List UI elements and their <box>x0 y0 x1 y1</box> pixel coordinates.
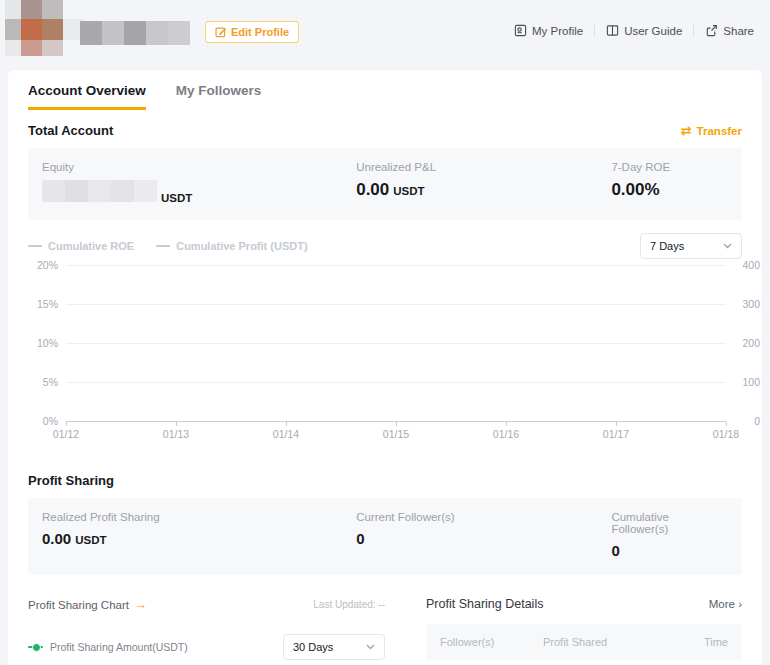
line-marker-icon <box>28 245 42 247</box>
realized-profit-value: 0.00 <box>42 530 71 547</box>
realized-profit-stat: Realized Profit Sharing 0.00 USDT <box>42 511 356 559</box>
details-table-header: Follower(s) Profit Shared Time <box>426 624 742 660</box>
share-label: Share <box>723 25 754 37</box>
column-time: Time <box>704 636 728 648</box>
column-followers: Follower(s) <box>440 636 543 648</box>
chevron-down-icon <box>723 243 732 249</box>
main-card: Account Overview My Followers Total Acco… <box>8 70 762 665</box>
total-account-title: Total Account <box>28 123 113 138</box>
legend-cumulative-profit-label: Cumulative Profit (USDT) <box>176 240 307 252</box>
profit-sharing-stats: Realized Profit Sharing 0.00 USDT Curren… <box>28 498 742 575</box>
legend-cumulative-profit[interactable]: Cumulative Profit (USDT) <box>156 240 307 252</box>
user-guide-label: User Guide <box>624 25 682 37</box>
total-account-stats: Equity USDT Unrealized P&L 0.00 USDT 7-D… <box>28 148 742 220</box>
username-blurred <box>80 21 190 45</box>
seven-day-roe-stat: 7-Day ROE 0.00% <box>611 161 728 204</box>
share-icon <box>705 24 718 37</box>
more-label: More <box>709 598 735 610</box>
divider <box>693 25 694 36</box>
book-icon <box>606 24 619 37</box>
avatar <box>5 0 63 56</box>
seven-day-roe-label: 7-Day ROE <box>611 161 728 173</box>
tab-account-overview[interactable]: Account Overview <box>28 83 146 110</box>
tab-bar: Account Overview My Followers <box>28 70 742 110</box>
share-link[interactable]: Share <box>705 24 754 37</box>
legend-profit-sharing-amount-label: Profit Sharing Amount(USDT) <box>50 641 188 653</box>
unrealized-pnl-label: Unrealized P&L <box>356 161 611 173</box>
more-link[interactable]: More › <box>709 598 742 610</box>
transfer-link[interactable]: ⇄ Transfer <box>681 123 742 138</box>
equity-label: Equity <box>42 161 356 173</box>
cumulative-followers-stat: Cumulative Follower(s) 0 <box>611 511 728 559</box>
legend-profit-sharing-amount[interactable]: Profit Sharing Amount(USDT) <box>28 641 188 653</box>
equity-stat: Equity USDT <box>42 161 356 204</box>
profit-sharing-details-panel: Profit Sharing Details More › Follower(s… <box>426 597 742 660</box>
header-links: My Profile User Guide Share <box>514 24 754 37</box>
my-profile-label: My Profile <box>532 25 583 37</box>
user-guide-link[interactable]: User Guide <box>606 24 682 37</box>
seven-day-roe-value: 0.00% <box>611 180 659 200</box>
realized-profit-label: Realized Profit Sharing <box>42 511 356 523</box>
my-profile-link[interactable]: My Profile <box>514 24 583 37</box>
roe-period-value: 7 Days <box>650 240 684 252</box>
top-header: Edit Profile My Profile User Guide <box>0 0 770 62</box>
column-profit-shared: Profit Shared <box>543 636 704 648</box>
edit-profile-button[interactable]: Edit Profile <box>205 21 299 43</box>
cumulative-followers-value: 0 <box>611 542 619 559</box>
profit-sharing-period-value: 30 Days <box>293 641 333 653</box>
transfer-icon: ⇄ <box>681 123 692 138</box>
roe-period-select[interactable]: 7 Days <box>640 233 742 259</box>
tab-my-followers[interactable]: My Followers <box>176 83 262 110</box>
last-updated: Last Updated: -- <box>313 599 385 610</box>
profit-sharing-period-select[interactable]: 30 Days <box>283 634 385 660</box>
equity-unit: USDT <box>161 192 192 204</box>
arrow-right-icon: → <box>134 597 147 612</box>
profile-card-icon <box>514 24 527 37</box>
cumulative-followers-label: Cumulative Follower(s) <box>611 511 728 535</box>
chevron-right-icon: › <box>738 598 742 610</box>
unrealized-pnl-unit: USDT <box>393 185 424 197</box>
unrealized-pnl-stat: Unrealized P&L 0.00 USDT <box>356 161 611 204</box>
line-marker-icon <box>156 245 170 247</box>
divider <box>594 25 595 36</box>
current-followers-label: Current Follower(s) <box>356 511 611 523</box>
edit-icon <box>215 26 227 38</box>
green-line-dot-icon <box>28 643 43 651</box>
profit-sharing-title: Profit Sharing <box>28 473 742 488</box>
roe-chart: 20%40015%30010%2005%1000%001/1201/1301/1… <box>28 265 760 443</box>
legend-cumulative-roe[interactable]: Cumulative ROE <box>28 240 134 252</box>
profit-sharing-details-title: Profit Sharing Details <box>426 597 543 611</box>
legend-cumulative-roe-label: Cumulative ROE <box>48 240 134 252</box>
profit-sharing-chart-panel: Profit Sharing Chart → Last Updated: -- … <box>28 597 385 660</box>
equity-value-blurred <box>42 180 157 202</box>
transfer-label: Transfer <box>697 125 742 137</box>
profit-sharing-chart-link[interactable]: Profit Sharing Chart → <box>28 597 147 612</box>
profit-sharing-chart-label: Profit Sharing Chart <box>28 599 129 611</box>
roe-chart-legend: Cumulative ROE Cumulative Profit (USDT) … <box>28 233 742 259</box>
realized-profit-unit: USDT <box>75 534 106 546</box>
chevron-down-icon <box>366 644 375 650</box>
unrealized-pnl-value: 0.00 <box>356 180 389 200</box>
current-followers-stat: Current Follower(s) 0 <box>356 511 611 559</box>
edit-profile-label: Edit Profile <box>231 26 289 38</box>
current-followers-value: 0 <box>356 530 364 547</box>
